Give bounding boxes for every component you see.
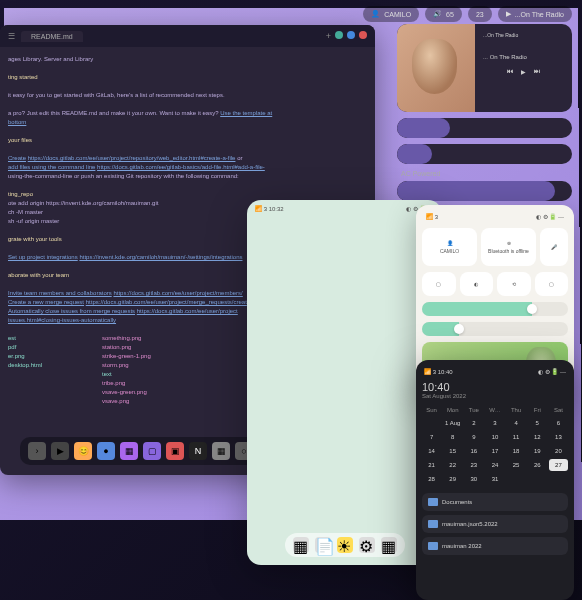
calendar-day[interactable]: 30: [464, 473, 483, 485]
file-item[interactable]: mauiman 2022: [422, 537, 568, 555]
calendar-day[interactable]: 9: [464, 431, 483, 443]
calendar-day[interactable]: 23: [464, 459, 483, 471]
calendar-day[interactable]: [422, 417, 441, 429]
user-icon: 👤: [426, 240, 473, 246]
tile-4[interactable]: ▢: [535, 272, 569, 296]
calendar-day[interactable]: 4: [507, 417, 526, 429]
user-pill[interactable]: 👤CAMILO: [363, 6, 419, 22]
volume-pill[interactable]: 🔊65: [425, 6, 462, 22]
light-brightness-slider[interactable]: [422, 322, 568, 336]
calendar-day[interactable]: 20: [549, 445, 568, 457]
file-item[interactable]: Documents: [422, 493, 568, 511]
bluetooth-tile[interactable]: ⊗Bluetooth is offline: [481, 228, 536, 266]
calendar-day[interactable]: 28: [422, 473, 441, 485]
music-artist: ...On The Radio: [483, 32, 564, 38]
calendar-day[interactable]: 26: [528, 459, 547, 471]
system-topbar: 👤CAMILO 🔊65 23 ▶...On The Radio: [363, 6, 572, 22]
bluetooth-icon: ⊗: [485, 240, 532, 246]
dark-statusbar: 📶 3 10:40 ◐ ⚙ 🔋 ⋯: [422, 366, 568, 377]
close-dot[interactable]: [359, 31, 367, 39]
user-icon: 👤: [371, 10, 380, 18]
music-widget[interactable]: ...On The Radio ... On The Radio ⏮ ▶ ⏭: [397, 24, 572, 112]
dock-app-7[interactable]: ▣: [166, 442, 184, 460]
calendar-day[interactable]: [549, 473, 568, 485]
mic-icon: 🎤: [544, 244, 564, 250]
calendar-day[interactable]: 10: [485, 431, 504, 443]
prev-icon[interactable]: ⏮: [507, 68, 513, 75]
calendar-day[interactable]: 6: [549, 417, 568, 429]
battery-pill[interactable]: 23: [468, 6, 492, 22]
folder-icon: [428, 520, 438, 528]
user-tile[interactable]: 👤CAMILO: [422, 228, 477, 266]
calendar-day[interactable]: 18: [507, 445, 526, 457]
editor-tabbar: ☰ README.md +: [0, 25, 375, 47]
calendar-day[interactable]: 31: [485, 473, 504, 485]
tile-1[interactable]: ▢: [422, 272, 456, 296]
calendar-day[interactable]: 13: [549, 431, 568, 443]
calendar-day[interactable]: 1 Aug: [443, 417, 462, 429]
folder-icon: [428, 498, 438, 506]
light-volume-slider[interactable]: [422, 302, 568, 316]
calendar-day[interactable]: 15: [443, 445, 462, 457]
speaker-icon: 🔊: [433, 10, 442, 18]
calendar-day[interactable]: 12: [528, 431, 547, 443]
calendar-day[interactable]: 2: [464, 417, 483, 429]
mobile-device-light[interactable]: 📶 3 10:32 ◐ ⚙ 🔋 ⋯ ▦ 📄 ☀ ⚙ ▦: [247, 200, 442, 565]
brightness-slider[interactable]: [397, 144, 572, 164]
mobile-app-1[interactable]: ▦: [293, 537, 309, 553]
calendar-day[interactable]: 27: [549, 459, 568, 471]
calendar-day[interactable]: 17: [485, 445, 504, 457]
dock-app-6[interactable]: ▢: [143, 442, 161, 460]
tile-2[interactable]: ◐: [460, 272, 494, 296]
calendar-day[interactable]: [528, 473, 547, 485]
file-item[interactable]: mauiman.json5.2022: [422, 515, 568, 533]
calendar-day[interactable]: 3: [485, 417, 504, 429]
album-art: [397, 24, 475, 112]
calendar-day[interactable]: 7: [422, 431, 441, 443]
calendar-day[interactable]: 16: [464, 445, 483, 457]
music-track: ... On The Radio: [483, 54, 564, 60]
calendar-day[interactable]: 8: [443, 431, 462, 443]
ac-label: AC Powered: [397, 170, 572, 177]
dock-app-9[interactable]: ▦: [212, 442, 230, 460]
mobile-device-dark[interactable]: 📶 3 10:40 ◐ ⚙ 🔋 ⋯ 10:40 Sat August 2022 …: [416, 360, 574, 600]
calendar-day[interactable]: 29: [443, 473, 462, 485]
mic-tile[interactable]: 🎤: [540, 228, 568, 266]
dock-app-4[interactable]: ●: [97, 442, 115, 460]
calendar-day[interactable]: 21: [422, 459, 441, 471]
mobile-app-5[interactable]: ▦: [381, 537, 397, 553]
editor-tab[interactable]: README.md: [21, 31, 83, 42]
dock-app-1[interactable]: ›: [28, 442, 46, 460]
volume-slider[interactable]: [397, 118, 572, 138]
calendar-day[interactable]: 25: [507, 459, 526, 471]
tile-3[interactable]: ⟲: [497, 272, 531, 296]
editor-dock: › ▶ 😊 ● ▦ ▢ ▣ N ▦ ○: [20, 437, 261, 465]
hamburger-icon[interactable]: ☰: [8, 32, 15, 41]
mobile-app-4[interactable]: ⚙: [359, 537, 375, 553]
dock-app-5[interactable]: ▦: [120, 442, 138, 460]
panel-status-icons: ◐ ⚙ 🔋 ⋯: [536, 213, 564, 220]
add-tab-icon[interactable]: +: [326, 31, 331, 41]
mobile-app-3[interactable]: ☀: [337, 537, 353, 553]
dock-app-8[interactable]: N: [189, 442, 207, 460]
play-icon: ▶: [506, 10, 511, 18]
play-icon[interactable]: ▶: [521, 68, 526, 75]
calendar-day[interactable]: 22: [443, 459, 462, 471]
calendar-day[interactable]: 5: [528, 417, 547, 429]
calendar-day[interactable]: 11: [507, 431, 526, 443]
file-list: Documents mauiman.json5.2022 mauiman 202…: [422, 493, 568, 555]
power-slider[interactable]: [397, 181, 572, 201]
calendar-day[interactable]: 19: [528, 445, 547, 457]
nowplaying-pill[interactable]: ▶...On The Radio: [498, 6, 572, 22]
dock-app-2[interactable]: ▶: [51, 442, 69, 460]
calendar-day[interactable]: 14: [422, 445, 441, 457]
calendar-day[interactable]: 24: [485, 459, 504, 471]
calendar-day[interactable]: [507, 473, 526, 485]
dock-app-3[interactable]: 😊: [74, 442, 92, 460]
maximize-dot[interactable]: [347, 31, 355, 39]
next-icon[interactable]: ⏭: [534, 68, 540, 75]
mobile-app-2[interactable]: 📄: [315, 537, 331, 553]
control-sliders: AC Powered: [397, 118, 572, 207]
minimize-dot[interactable]: [335, 31, 343, 39]
calendar-widget[interactable]: SunMonTueW…ThuFriSat 1 Aug23456789101112…: [422, 407, 568, 485]
